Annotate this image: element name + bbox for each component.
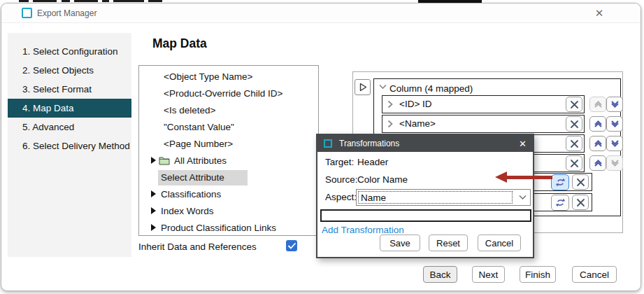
annotation-arrow-head	[495, 172, 507, 183]
chevron-down-icon	[610, 158, 620, 168]
tree-item-select-attribute[interactable]: Select Attribute	[139, 169, 318, 186]
tree-item-index-words[interactable]: Index Words	[139, 203, 318, 220]
move-up-button[interactable]	[589, 116, 606, 132]
step-map-data[interactable]: 4. Map Data	[8, 99, 131, 118]
move-down-button[interactable]	[606, 116, 623, 132]
chevron-up-icon	[593, 158, 603, 168]
chevron-up-icon	[593, 119, 603, 129]
remove-row-button[interactable]	[572, 174, 589, 190]
finish-button[interactable]: Finish	[520, 266, 556, 283]
transformations-button[interactable]	[551, 195, 569, 211]
dialog-app-icon	[324, 139, 332, 148]
mapped-row-name[interactable]: <Name>	[382, 115, 585, 133]
remove-x-icon	[575, 197, 586, 208]
transformations-dialog: Transformations ✕ Target: Header Source:…	[316, 134, 534, 258]
reset-button[interactable]: Reset	[429, 234, 468, 251]
add-transformation-link[interactable]: Add Transformation	[322, 225, 404, 235]
window-close-icon[interactable]: ✕	[590, 6, 608, 21]
remove-row-button[interactable]	[566, 155, 582, 171]
step-select-format[interactable]: 3. Select Format	[8, 80, 131, 99]
remove-x-icon	[575, 177, 586, 188]
save-button[interactable]: Save	[380, 234, 420, 251]
remove-row-button[interactable]	[572, 195, 589, 210]
step-advanced[interactable]: 5. Advanced	[8, 118, 131, 136]
back-button[interactable]: Back	[423, 266, 457, 283]
move-down-button[interactable]	[606, 97, 623, 112]
aspect-dropdown[interactable]: Name	[356, 189, 531, 206]
inherit-checkbox[interactable]	[286, 240, 297, 251]
move-up-button[interactable]	[589, 155, 606, 171]
chevron-down-icon	[610, 119, 620, 129]
step-select-delivery-method[interactable]: 6. Select Delivery Method	[8, 136, 131, 155]
screen-artifact	[148, 0, 162, 2]
folder-icon	[159, 156, 170, 165]
chevron-right-icon[interactable]	[387, 100, 394, 108]
screen-artifact	[33, 0, 57, 2]
remove-x-icon	[569, 139, 580, 149]
dialog-titlebar: Transformations ✕	[317, 135, 533, 152]
chevron-up-icon	[593, 139, 603, 148]
tree-item-page-number[interactable]: <Page Number>	[139, 136, 318, 153]
wizard-sidebar: 1. Select Configuration 2. Select Object…	[8, 33, 131, 257]
move-up-button	[589, 97, 606, 112]
next-button[interactable]: Next	[472, 266, 505, 283]
screen: Export Manager ✕ 1. Select Configuration…	[0, 0, 644, 294]
source-value: Color Name	[357, 174, 408, 185]
tree-item-product-classification-links[interactable]: Product Classification Links	[139, 220, 318, 237]
tree-item-is-deleted[interactable]: <Is deleted>	[139, 102, 318, 119]
chevron-right-icon[interactable]	[387, 120, 394, 128]
target-value: Header	[357, 157, 388, 167]
cancel-button[interactable]: Cancel	[572, 266, 617, 283]
remove-row-button[interactable]	[566, 136, 582, 151]
page-title: Map Data	[152, 36, 207, 51]
source-tree: <Object Type Name> <Product-Override Chi…	[138, 65, 319, 236]
tree-item-object-type-name[interactable]: <Object Type Name>	[139, 69, 318, 85]
annotation-arrow	[506, 176, 552, 179]
remove-x-icon	[569, 119, 580, 130]
app-icon	[22, 8, 32, 18]
move-down-button	[606, 155, 623, 171]
transformations-button-active[interactable]	[551, 174, 569, 190]
aspect-label: Aspect:	[325, 192, 357, 202]
move-down-button[interactable]	[606, 136, 623, 151]
step-select-objects[interactable]: 2. Select Objects	[8, 61, 131, 80]
transform-icon	[555, 177, 566, 188]
tree-item-product-override-child-id[interactable]: <Product-Override Child ID>	[139, 85, 318, 102]
screen-artifact	[113, 0, 144, 2]
dialog-cancel-button[interactable]: Cancel	[478, 234, 521, 251]
chevron-up-icon	[593, 99, 603, 109]
remove-row-button[interactable]	[566, 116, 582, 132]
screen-artifact	[74, 0, 98, 2]
tree-item-classifications[interactable]: Classifications	[139, 186, 318, 203]
remove-x-icon	[569, 158, 580, 169]
inherit-checkbox-label: Inherit Data and References	[138, 241, 257, 252]
mapped-row-id[interactable]: <ID> ID	[382, 95, 585, 113]
move-up-button[interactable]	[589, 136, 606, 151]
transformation-input[interactable]	[320, 209, 531, 222]
screen-artifact	[102, 0, 109, 2]
step-select-configuration[interactable]: 1. Select Configuration	[8, 42, 131, 61]
transform-icon	[555, 197, 566, 208]
checkmark-icon	[288, 243, 296, 249]
tree-item-all-attributes[interactable]: All Attributes	[139, 153, 318, 169]
chevron-down-icon	[610, 99, 620, 109]
source-label: Source:	[325, 174, 358, 185]
expand-arrow-icon[interactable]	[151, 207, 156, 214]
export-manager-window: Export Manager ✕ 1. Select Configuration…	[1, 3, 641, 291]
screen-artifact	[19, 0, 29, 2]
window-title: Export Manager	[37, 8, 96, 18]
target-label: Target:	[325, 157, 354, 167]
aspect-selected-value: Name	[358, 191, 513, 204]
expand-all-button[interactable]	[355, 79, 371, 95]
dialog-close-icon[interactable]: ✕	[519, 139, 527, 149]
expand-arrow-icon[interactable]	[151, 224, 156, 231]
play-icon	[359, 83, 367, 92]
tree-item-constant-value[interactable]: "Constant Value"	[139, 119, 318, 136]
chevron-down-icon	[610, 139, 620, 148]
remove-row-button[interactable]	[566, 97, 582, 112]
chevron-down-icon[interactable]	[378, 83, 387, 90]
screen-artifact	[62, 0, 70, 2]
expand-arrow-icon[interactable]	[151, 157, 156, 164]
remove-x-icon	[569, 99, 580, 110]
expand-arrow-icon[interactable]	[151, 190, 156, 197]
